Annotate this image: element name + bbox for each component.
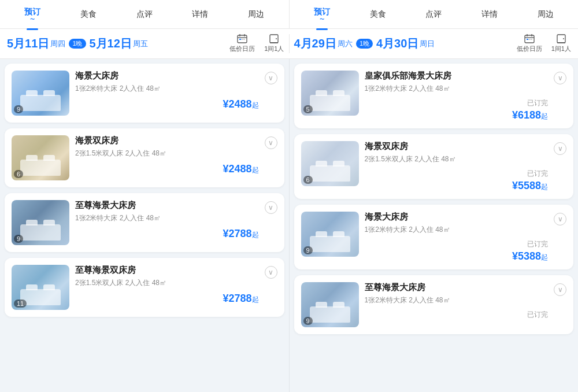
price-row: ¥2488起: [223, 163, 258, 175]
calendar-icon: [237, 34, 247, 43]
room-price: ¥5588起: [512, 180, 548, 192]
left-checkin-week: 周四: [50, 39, 65, 49]
left-room-person[interactable]: 1间1人: [264, 34, 284, 53]
room-card[interactable]: 9 海景大床房 1张2米特大床 2人入住 48㎡ ¥2488起 ∨: [5, 64, 284, 123]
room-desc: 2张1.5米双人床 2人入住 48㎡: [75, 149, 259, 158]
price-unit: 起: [252, 101, 259, 109]
sold-out-badge: 已订完: [527, 98, 548, 108]
bed-decoration: [20, 160, 61, 176]
nav-tab-left-detail[interactable]: 详情: [172, 6, 228, 23]
room-info: 海景大床房 1张2米特大床 2人入住 48㎡ ¥2488起: [75, 71, 259, 110]
room-image: 9: [301, 212, 359, 257]
room-image: 5: [301, 71, 359, 116]
bed-decoration: [20, 95, 61, 111]
room-image: 9: [301, 282, 359, 327]
expand-button[interactable]: ∨: [265, 266, 277, 279]
room-price: ¥2488起: [223, 163, 258, 175]
expand-button[interactable]: ∨: [554, 142, 566, 155]
room-info: 海景双床房 2张1.5米双人床 2人入住 48㎡ 已订完 ¥5588起: [365, 141, 549, 192]
room-image: 9: [12, 71, 69, 116]
svg-rect-5: [242, 39, 243, 40]
room-price: ¥5388起: [512, 250, 548, 262]
door-icon: [269, 34, 279, 43]
nav-tab-left-booking[interactable]: 预订 〜: [5, 3, 61, 25]
room-name: 海景双床房: [75, 135, 259, 146]
room-image: 11: [12, 265, 69, 310]
svg-rect-15: [528, 39, 530, 40]
expand-button[interactable]: ∨: [265, 72, 277, 84]
price-unit: 起: [541, 183, 548, 191]
price-unit: 起: [252, 231, 259, 239]
expand-button[interactable]: ∨: [265, 136, 277, 149]
bed-decoration: [310, 165, 350, 182]
image-count: 11: [14, 299, 27, 308]
svg-rect-4: [239, 39, 241, 40]
date-bar: 5月11日 周四 1晚 5月12日 周五 低价日历: [0, 29, 578, 59]
room-card[interactable]: 5 皇家俱乐部海景大床房 1张2米特大床 2人入住 48㎡ 已订完 ¥6188起…: [294, 64, 574, 128]
right-date-bar: 4月29日 周六 1晚 4月30日 周日 低价日历: [290, 34, 572, 53]
room-name: 皇家俱乐部海景大床房: [365, 71, 549, 82]
price-row: ¥5388起: [512, 250, 548, 262]
expand-button[interactable]: ∨: [554, 213, 566, 225]
image-count: 9: [303, 317, 313, 325]
room-card[interactable]: 9 海景大床房 1张2米特大床 2人入住 48㎡ 已订完 ¥5388起 ∨: [294, 205, 574, 269]
nav-tab-right-review[interactable]: 点评: [406, 6, 462, 23]
right-room-person[interactable]: 1间1人: [551, 34, 571, 53]
image-count: 5: [303, 105, 313, 113]
room-card[interactable]: 6 海景双床房 2张1.5米双人床 2人入住 48㎡ 已订完 ¥5588起 ∨: [294, 134, 574, 199]
right-nights-badge[interactable]: 1晚: [356, 39, 373, 49]
right-checkout-date[interactable]: 4月30日: [376, 36, 418, 51]
price-unit: 起: [252, 166, 259, 174]
room-desc: 1张2米特大床 2人入住 48㎡: [365, 84, 549, 94]
room-price: ¥2788起: [223, 228, 258, 240]
expand-button[interactable]: ∨: [554, 72, 566, 84]
nav-tab-left-nearby[interactable]: 周边: [228, 6, 284, 23]
nav-tab-right-food[interactable]: 美食: [350, 6, 406, 23]
left-date-icons: 低价日历 1间1人: [229, 34, 284, 53]
nav-tab-right-booking[interactable]: 预订 〜: [294, 3, 350, 25]
image-count: 9: [303, 246, 313, 254]
room-card[interactable]: 9 至尊海景大床房 1张2米特大床 2人入住 48㎡ ¥2788起 ∨: [5, 193, 284, 252]
right-panel: 5 皇家俱乐部海景大床房 1张2米特大床 2人入住 48㎡ 已订完 ¥6188起…: [290, 59, 579, 392]
left-nights-badge[interactable]: 1晚: [69, 39, 86, 49]
room-info: 海景双床房 2张1.5米双人床 2人入住 48㎡ ¥2488起: [75, 135, 259, 175]
left-nav: 预订 〜 美食 点评 详情 周边: [0, 0, 290, 28]
room-card[interactable]: 6 海景双床房 2张1.5米双人床 2人入住 48㎡ ¥2488起 ∨: [5, 128, 284, 187]
image-count: 6: [303, 176, 313, 184]
sold-out-badge: 已订完: [527, 310, 548, 320]
room-price: ¥2788起: [223, 293, 258, 305]
right-low-price-calendar[interactable]: 低价日历: [517, 34, 542, 53]
room-desc: 1张2米特大床 2人入住 48㎡: [365, 295, 549, 305]
price-row: ¥2788起: [223, 293, 258, 305]
room-info: 皇家俱乐部海景大床房 1张2米特大床 2人入住 48㎡ 已订完 ¥6188起: [365, 71, 549, 121]
left-low-price-calendar[interactable]: 低价日历: [229, 34, 255, 53]
left-checkout-week: 周五: [133, 39, 148, 49]
left-checkout-date[interactable]: 5月12日: [90, 36, 132, 51]
room-price: ¥2488起: [223, 98, 258, 110]
price-row: ¥2788起: [223, 228, 258, 240]
room-card[interactable]: 9 至尊海景大床房 1张2米特大床 2人入住 48㎡ 已订完 ∨: [294, 275, 574, 334]
nav-tab-right-detail[interactable]: 详情: [462, 6, 518, 23]
nav-tab-left-review[interactable]: 点评: [116, 6, 172, 23]
right-checkout-week: 周日: [420, 39, 435, 49]
room-image: 6: [301, 141, 359, 186]
room-price: ¥6188起: [512, 109, 548, 121]
room-desc: 1张2米特大床 2人入住 48㎡: [75, 84, 259, 94]
svg-rect-16: [531, 39, 532, 40]
left-checkin-date[interactable]: 5月11日: [7, 36, 49, 51]
room-name: 至尊海景双床房: [75, 265, 259, 276]
right-checkin-date[interactable]: 4月29日: [294, 36, 336, 51]
room-card[interactable]: 11 至尊海景双床房 2张1.5米双人床 2人入住 48㎡ ¥2788起 ∨: [5, 258, 284, 317]
price-unit: 起: [541, 253, 548, 261]
door-icon-right: [556, 34, 566, 43]
price-row: ¥5588起: [512, 180, 548, 192]
room-name: 海景大床房: [75, 71, 259, 82]
expand-button[interactable]: ∨: [265, 201, 277, 214]
room-desc: 2张1.5米双人床 2人入住 48㎡: [75, 278, 259, 288]
room-name: 至尊海景大床房: [75, 200, 259, 211]
expand-button[interactable]: ∨: [554, 283, 566, 296]
main-content: 9 海景大床房 1张2米特大床 2人入住 48㎡ ¥2488起 ∨ 6 海景双床…: [0, 59, 578, 392]
nav-tab-left-food[interactable]: 美食: [61, 6, 117, 23]
bed-decoration: [310, 236, 350, 252]
nav-tab-right-nearby[interactable]: 周边: [517, 6, 573, 23]
